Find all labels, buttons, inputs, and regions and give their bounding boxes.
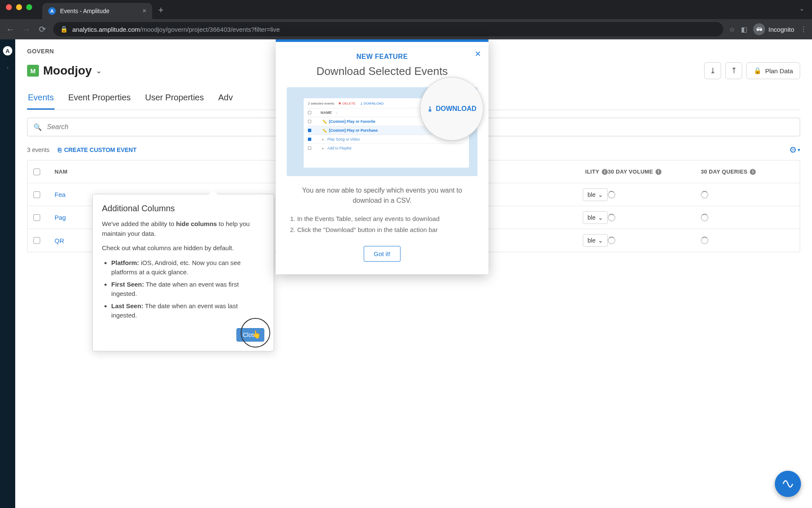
project-actions: ⤓ ⤒ 🔒 Plan Data bbox=[704, 62, 800, 79]
amplitude-logo-icon bbox=[782, 478, 794, 490]
info-icon[interactable]: i bbox=[656, 169, 661, 175]
modal-title: Download Selected Events bbox=[287, 65, 477, 78]
chevron-down-icon: ⌄ bbox=[598, 237, 603, 244]
modal-description: You are now able to specify which events… bbox=[287, 185, 477, 206]
nav-reload-icon[interactable]: ⟳ bbox=[37, 24, 47, 34]
search-icon: 🔍 bbox=[33, 123, 42, 131]
modal-step-2: 2. Click the "Download" button in the ta… bbox=[290, 224, 474, 235]
bookmark-icon[interactable]: ☆ bbox=[729, 25, 735, 33]
magnify-download-icon: ⤓ DOWNLOAD bbox=[420, 77, 483, 141]
row-checkbox[interactable] bbox=[33, 191, 40, 198]
popover-check-line: Check out what columns are hidden by def… bbox=[102, 243, 264, 253]
nav-back-icon[interactable]: ← bbox=[5, 25, 15, 34]
visibility-select[interactable]: ble⌄ bbox=[583, 211, 608, 224]
tab-favicon-icon: A bbox=[48, 7, 56, 15]
popover-intro: We've added the ability to hide columns … bbox=[102, 219, 264, 238]
column-volume: 30 DAY VOLUMEi bbox=[608, 168, 701, 175]
modal-eyebrow: NEW FEATURE bbox=[287, 53, 477, 61]
window-maximize-icon[interactable] bbox=[26, 4, 32, 10]
incognito-icon: 🕶 bbox=[753, 23, 765, 35]
event-name-link[interactable]: QR bbox=[55, 237, 64, 244]
modal-gotit-button[interactable]: Got it! bbox=[364, 246, 400, 262]
url-input[interactable]: 🔒 analytics.amplitude.com/moodjoy/govern… bbox=[53, 22, 723, 36]
loading-spinner-icon bbox=[608, 214, 615, 221]
popover-title: Additional Columns bbox=[102, 204, 264, 213]
upload-button[interactable]: ⤒ bbox=[725, 62, 742, 79]
events-count: 3 events bbox=[27, 146, 49, 153]
loading-spinner-icon bbox=[701, 214, 708, 221]
loading-spinner-icon bbox=[701, 191, 708, 199]
browser-tab[interactable]: A Events - Amplitude × bbox=[42, 3, 152, 19]
loading-spinner-icon bbox=[701, 237, 708, 244]
help-fab-button[interactable] bbox=[775, 471, 801, 497]
project-badge-icon: M bbox=[27, 65, 39, 77]
browser-tab-bar: A Events - Amplitude × + ⌄ bbox=[0, 0, 812, 19]
column-queries: 30 DAY QUERIESi bbox=[701, 168, 794, 175]
modal-step-1: 1. In the Events Table, select any event… bbox=[290, 213, 474, 224]
tab-events[interactable]: Events bbox=[27, 93, 55, 110]
app-logo-icon[interactable]: A bbox=[3, 46, 12, 55]
browser-menu-icon[interactable]: ⋮ bbox=[800, 25, 807, 33]
tab-user-properties[interactable]: User Properties bbox=[144, 93, 205, 110]
popover-bullet: First Seen: The date when an event was f… bbox=[111, 280, 264, 299]
url-text: analytics.amplitude.com/moodjoy/govern/p… bbox=[72, 26, 280, 33]
incognito-badge[interactable]: 🕶 Incognito bbox=[753, 23, 794, 35]
table-settings-button[interactable]: ⚙ ▾ bbox=[789, 145, 800, 155]
download-icon: ⤓ bbox=[710, 66, 716, 75]
create-icon: ⎘ bbox=[58, 146, 61, 153]
app-container: A ‹ GOVERN M Moodjoy ⌄ ⤓ ⤒ 🔒 Plan Data E… bbox=[0, 39, 812, 508]
download-icon: ⤓ bbox=[427, 105, 433, 113]
project-selector[interactable]: M Moodjoy ⌄ bbox=[27, 64, 102, 77]
info-icon[interactable]: i bbox=[602, 169, 608, 175]
plan-data-button[interactable]: 🔒 Plan Data bbox=[746, 62, 800, 79]
tab-close-icon[interactable]: × bbox=[143, 7, 146, 15]
left-rail: A ‹ bbox=[0, 39, 15, 508]
tab-advanced[interactable]: Adv bbox=[217, 93, 233, 110]
new-tab-button[interactable]: + bbox=[158, 5, 164, 16]
upload-icon: ⤒ bbox=[731, 66, 737, 75]
url-actions: ☆ ◧ 🕶 Incognito ⋮ bbox=[729, 23, 807, 35]
rail-collapse-icon[interactable]: ‹ bbox=[7, 64, 9, 71]
additional-columns-popover: Additional Columns We've added the abili… bbox=[92, 194, 274, 351]
tab-title: Events - Amplitude bbox=[60, 8, 138, 14]
tab-event-properties[interactable]: Event Properties bbox=[67, 93, 132, 110]
browser-url-bar: ← → ⟳ 🔒 analytics.amplitude.com/moodjoy/… bbox=[0, 19, 812, 39]
modal-steps: 1. In the Events Table, select any event… bbox=[287, 213, 477, 235]
select-all-checkbox[interactable] bbox=[33, 168, 40, 175]
incognito-label: Incognito bbox=[768, 26, 794, 33]
new-feature-modal: × NEW FEATURE Download Selected Events 2… bbox=[276, 39, 488, 274]
create-custom-event-button[interactable]: ⎘ CREATE CUSTOM EVENT bbox=[58, 146, 136, 153]
visibility-select[interactable]: ble⌄ bbox=[583, 234, 608, 247]
chevron-down-icon: ⌄ bbox=[598, 214, 603, 221]
plan-data-label: Plan Data bbox=[765, 67, 793, 75]
popover-bullet: Last Seen: The date when an event was la… bbox=[111, 301, 264, 320]
column-visibility: ILITYi bbox=[532, 168, 608, 175]
modal-close-button[interactable]: × bbox=[475, 48, 481, 60]
popover-bullets: Platform: iOS, Android, etc. Now you can… bbox=[102, 258, 264, 320]
chevron-down-icon: ⌄ bbox=[96, 67, 102, 75]
download-button[interactable]: ⤓ bbox=[704, 62, 721, 79]
extensions-icon[interactable]: ◧ bbox=[741, 25, 747, 33]
tabs-dropdown-icon[interactable]: ⌄ bbox=[799, 5, 804, 12]
event-name-link[interactable]: Pag bbox=[55, 214, 66, 221]
gear-icon: ⚙ bbox=[789, 145, 797, 155]
event-name-link[interactable]: Fea bbox=[55, 191, 66, 198]
modal-illustration: 2 selected events ✖ DELETE ⤓ DOWNLOAD NA… bbox=[287, 87, 477, 176]
info-icon[interactable]: i bbox=[750, 169, 756, 175]
window-controls bbox=[6, 4, 32, 10]
project-name-label: Moodjoy bbox=[43, 64, 92, 77]
chevron-down-icon: ▾ bbox=[798, 147, 800, 153]
row-checkbox[interactable] bbox=[33, 214, 40, 221]
window-minimize-icon[interactable] bbox=[16, 4, 22, 10]
site-lock-icon: 🔒 bbox=[60, 25, 68, 33]
toolbar-left: 3 events ⎘ CREATE CUSTOM EVENT bbox=[27, 146, 137, 154]
loading-spinner-icon bbox=[608, 237, 615, 244]
create-label: CREATE CUSTOM EVENT bbox=[64, 146, 136, 153]
row-checkbox[interactable] bbox=[33, 237, 40, 244]
lock-icon: 🔒 bbox=[754, 67, 762, 75]
loading-spinner-icon bbox=[608, 191, 615, 199]
nav-forward-icon: → bbox=[21, 25, 31, 34]
visibility-select[interactable]: ble⌄ bbox=[583, 188, 608, 201]
window-close-icon[interactable] bbox=[6, 4, 12, 10]
popover-close-button[interactable]: Close bbox=[236, 328, 264, 342]
